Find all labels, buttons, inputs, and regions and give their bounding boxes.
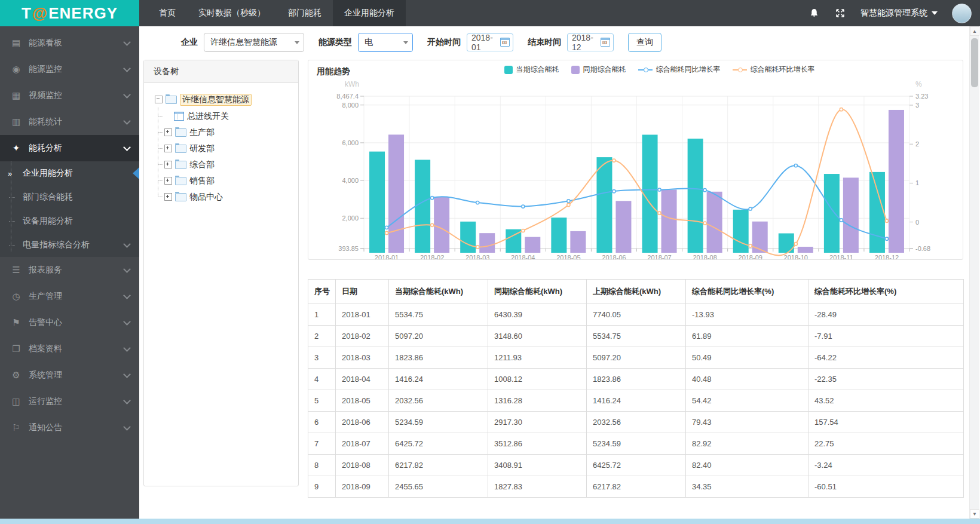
legend-综合能耗环比增长率[interactable]: 综合能耗环比增长率 <box>733 65 815 75</box>
sidebar-item-energy-analysis[interactable]: ✦能耗分析 <box>0 135 139 161</box>
point-综合能耗环比增长率-2018-04 <box>522 229 525 232</box>
fullscreen-icon[interactable] <box>834 7 846 19</box>
table-cell: 1008.12 <box>488 369 587 390</box>
end-time-input[interactable]: 2018-12 <box>567 33 614 51</box>
sidebar-subitem-device-energy-analysis[interactable]: 设备用能分析 <box>0 209 139 233</box>
bar-同期综合能耗-2018-04 <box>525 237 540 253</box>
vertical-scrollbar[interactable]: ▲ ▼ <box>969 26 979 519</box>
point-综合能耗同比增长率-2018-03 <box>476 201 479 204</box>
bar-同期综合能耗-2018-02 <box>434 197 449 253</box>
legend-circle <box>738 68 743 72</box>
sidebar-item-production-management[interactable]: ◷生产管理 <box>0 283 139 310</box>
tree-node-main-incoming-switch[interactable]: 总进线开关 <box>155 108 298 124</box>
table-cell: 2917.30 <box>488 412 587 433</box>
table-cell: 79.43 <box>686 412 808 433</box>
table-cell: 6425.72 <box>587 455 686 476</box>
table-cell: 1416.24 <box>389 369 488 390</box>
expand-plus-icon[interactable] <box>164 145 172 152</box>
folder-icon <box>175 161 186 169</box>
horizontal-scrollbar-track[interactable] <box>0 519 980 524</box>
sidebar-item-energy-monitoring[interactable]: ◉能源监控 <box>0 56 139 82</box>
sidebar-item-system-management[interactable]: ⚙系统管理 <box>0 362 139 388</box>
scroll-down-arrow-icon[interactable]: ▼ <box>970 509 979 519</box>
tree-stub <box>9 197 15 198</box>
tree-node-sales-dept[interactable]: 销售部 <box>155 173 298 189</box>
left-axis-tick-label: 4,000 <box>342 177 359 184</box>
legend-line-marker <box>733 69 747 71</box>
calendar-icon[interactable] <box>500 38 510 47</box>
sidebar-subitem-department-comprehensive-energy[interactable]: 部门综合能耗 <box>0 185 139 209</box>
sidebar-item-report-service[interactable]: ☰报表服务 <box>0 257 139 283</box>
table-cell: 7740.05 <box>587 304 686 326</box>
nav-tab-enterprise-energy-analysis[interactable]: 企业用能分析 <box>333 0 406 26</box>
x-axis-label: 2018-07 <box>647 254 671 259</box>
expand-plus-icon[interactable] <box>164 193 172 201</box>
table-cell: 2018-01 <box>336 304 389 326</box>
legend-综合能耗同比增长率[interactable]: 综合能耗同比增长率 <box>638 65 721 75</box>
tree-node-rd-dept[interactable]: 研发部 <box>155 140 298 157</box>
table-cell: 2018-04 <box>336 369 389 390</box>
start-time-input[interactable]: 2018-01 <box>467 33 513 51</box>
film-icon: ▦ <box>10 90 23 101</box>
sidebar-item-energy-dashboard[interactable]: ▤能源看板 <box>0 30 139 56</box>
bar-同期综合能耗-2018-11 <box>843 177 859 253</box>
sidebar-item-notice-announcement[interactable]: ⚐通知公告 <box>0 415 139 441</box>
company-select[interactable]: 许继信息智慧能源 <box>204 33 304 52</box>
nav-tab-department-energy[interactable]: 部门能耗 <box>277 0 333 26</box>
end-time-label: 结束时间 <box>528 37 561 48</box>
start-time-label: 开始时间 <box>427 37 461 48</box>
sidebar-item-label: 能源监控 <box>29 64 62 75</box>
legend-当期综合能耗[interactable]: 当期综合能耗 <box>504 65 559 75</box>
megaphone-icon: ⚐ <box>10 422 23 433</box>
sidebar-item-operation-monitoring[interactable]: ◫运行监控 <box>0 388 139 415</box>
sidebar-subitem-power-index-analysis[interactable]: 电量指标综合分析 <box>0 233 139 257</box>
expand-plus-icon[interactable] <box>164 177 172 185</box>
chevron-down-icon <box>932 11 938 15</box>
tree-node-production-dept[interactable]: 生产部 <box>155 124 298 140</box>
notification-bell-icon[interactable] <box>808 7 820 19</box>
collapse-minus-icon[interactable] <box>155 96 163 103</box>
legend-label: 同期综合能耗 <box>583 65 626 75</box>
scroll-up-arrow-icon[interactable]: ▲ <box>970 26 979 36</box>
legend-同期综合能耗[interactable]: 同期综合能耗 <box>571 65 626 75</box>
tree-node-goods-center[interactable]: 物品中心 <box>155 189 298 205</box>
scrollbar-thumb[interactable] <box>971 38 978 87</box>
table-cell: 2018-09 <box>336 476 389 498</box>
sidebar-subitem-enterprise-energy-analysis[interactable]: »企业用能分析 <box>0 161 139 185</box>
nav-tab-realtime-data[interactable]: 实时数据（秒级） <box>187 0 277 26</box>
chevron-down-icon <box>123 240 131 248</box>
table-cell: -28.49 <box>808 304 964 326</box>
x-axis-label: 2018-05 <box>556 254 580 259</box>
active-submenu-arrow-icon: » <box>8 169 12 178</box>
table-cell: 6217.82 <box>389 455 488 476</box>
tree-node-company-root[interactable]: 许继信息智慧能源 <box>155 91 298 108</box>
expand-plus-icon[interactable] <box>164 128 172 136</box>
point-综合能耗同比增长率-2018-09 <box>749 207 752 210</box>
energy-type-select[interactable]: 电 <box>358 33 413 52</box>
query-button[interactable]: 查询 <box>628 33 662 52</box>
sidebar-item-alarm-center[interactable]: ⚑告警中心 <box>0 310 139 336</box>
tree-node-general-dept[interactable]: 综合部 <box>155 157 298 173</box>
sidebar-item-video-monitoring[interactable]: ▦视频监控 <box>0 82 139 109</box>
chevron-down-icon <box>123 38 131 46</box>
bar-同期综合能耗-2018-12 <box>889 110 904 253</box>
sidebar-item-energy-statistics[interactable]: ▥能耗统计 <box>0 109 139 135</box>
right-axis-tick-label: -0.68 <box>915 245 930 252</box>
point-综合能耗同比增长率-2018-02 <box>431 197 434 200</box>
table-cell: 1316.28 <box>488 390 587 412</box>
legend-label: 当期综合能耗 <box>516 65 559 75</box>
user-avatar[interactable] <box>952 4 972 23</box>
nav-tab-home[interactable]: 首页 <box>148 0 187 26</box>
table-cell: 2 <box>308 326 336 347</box>
bar-当期综合能耗-2018-09 <box>733 210 749 253</box>
calendar-icon[interactable] <box>601 38 610 47</box>
tree-connector <box>158 148 163 149</box>
system-menu[interactable]: 智慧能源管理系统 <box>860 8 938 19</box>
table-cell: 4 <box>308 369 336 390</box>
left-axis-tick-label: 393.85 <box>338 245 359 252</box>
sidebar-item-archives[interactable]: ❐档案资料 <box>0 336 139 362</box>
chevron-down-icon <box>403 41 408 44</box>
table-cell: 2018-07 <box>336 433 389 455</box>
right-axis-tick-label: 3 <box>915 102 919 109</box>
expand-plus-icon[interactable] <box>164 161 172 168</box>
